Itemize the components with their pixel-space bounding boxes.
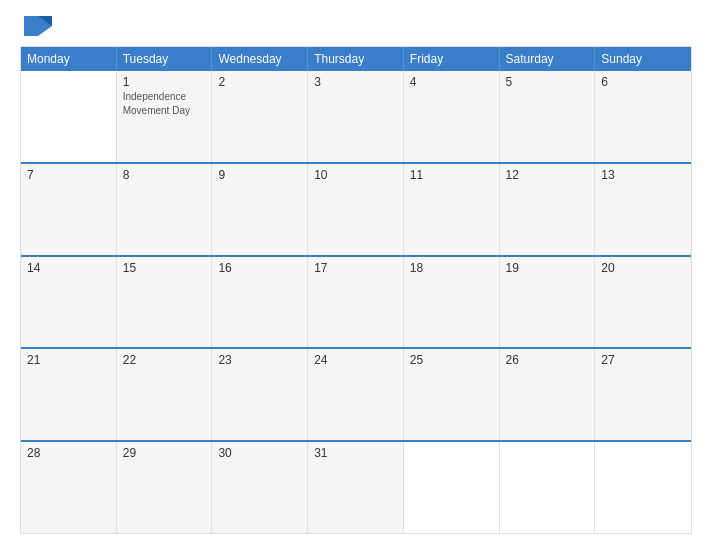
header [20,16,692,36]
day-cell: 25 [404,349,500,440]
day-cell [21,71,117,162]
header-thursday: Thursday [308,47,404,71]
day-number: 7 [27,168,110,182]
day-cell: 1Independence Movement Day [117,71,213,162]
calendar-page: Monday Tuesday Wednesday Thursday Friday… [0,0,712,550]
day-cell: 5 [500,71,596,162]
day-number: 13 [601,168,685,182]
day-cell: 29 [117,442,213,533]
day-number: 9 [218,168,301,182]
day-number: 17 [314,261,397,275]
day-cell: 26 [500,349,596,440]
day-cell: 8 [117,164,213,255]
day-cell [595,442,691,533]
day-number: 2 [218,75,301,89]
day-number: 23 [218,353,301,367]
day-cell [404,442,500,533]
day-cell: 18 [404,257,500,348]
day-number: 30 [218,446,301,460]
day-number: 26 [506,353,589,367]
header-sunday: Sunday [595,47,691,71]
day-cell: 23 [212,349,308,440]
day-number: 4 [410,75,493,89]
day-cell: 9 [212,164,308,255]
header-saturday: Saturday [500,47,596,71]
day-cell: 15 [117,257,213,348]
day-cell: 2 [212,71,308,162]
day-number: 21 [27,353,110,367]
day-cell: 4 [404,71,500,162]
calendar-grid: Monday Tuesday Wednesday Thursday Friday… [20,46,692,534]
logo-icon [24,16,52,36]
day-cell: 28 [21,442,117,533]
day-number: 20 [601,261,685,275]
day-cell: 10 [308,164,404,255]
day-cell: 6 [595,71,691,162]
day-number: 10 [314,168,397,182]
day-cell: 22 [117,349,213,440]
day-cell: 12 [500,164,596,255]
day-cell [500,442,596,533]
week-row-4: 21222324252627 [21,347,691,440]
logo [20,16,52,36]
day-number: 14 [27,261,110,275]
header-tuesday: Tuesday [117,47,213,71]
day-cell: 7 [21,164,117,255]
day-cell: 27 [595,349,691,440]
day-cell: 14 [21,257,117,348]
header-monday: Monday [21,47,117,71]
day-number: 28 [27,446,110,460]
day-number: 29 [123,446,206,460]
day-number: 15 [123,261,206,275]
day-number: 5 [506,75,589,89]
day-cell: 11 [404,164,500,255]
day-number: 3 [314,75,397,89]
day-number: 24 [314,353,397,367]
header-friday: Friday [404,47,500,71]
day-number: 25 [410,353,493,367]
day-number: 16 [218,261,301,275]
day-number: 19 [506,261,589,275]
day-cell: 21 [21,349,117,440]
day-cell: 13 [595,164,691,255]
day-number: 11 [410,168,493,182]
day-number: 8 [123,168,206,182]
week-row-1: 1Independence Movement Day23456 [21,71,691,162]
day-headers-row: Monday Tuesday Wednesday Thursday Friday… [21,47,691,71]
day-cell: 3 [308,71,404,162]
day-cell: 24 [308,349,404,440]
day-number: 1 [123,75,206,89]
weeks-container: 1Independence Movement Day23456789101112… [21,71,691,533]
day-cell: 16 [212,257,308,348]
week-row-5: 28293031 [21,440,691,533]
week-row-2: 78910111213 [21,162,691,255]
day-cell: 20 [595,257,691,348]
day-number: 27 [601,353,685,367]
event-label: Independence Movement Day [123,91,190,116]
day-cell: 17 [308,257,404,348]
day-number: 18 [410,261,493,275]
day-number: 31 [314,446,397,460]
day-cell: 30 [212,442,308,533]
week-row-3: 14151617181920 [21,255,691,348]
day-number: 22 [123,353,206,367]
day-number: 6 [601,75,685,89]
day-cell: 19 [500,257,596,348]
day-cell: 31 [308,442,404,533]
header-wednesday: Wednesday [212,47,308,71]
day-number: 12 [506,168,589,182]
